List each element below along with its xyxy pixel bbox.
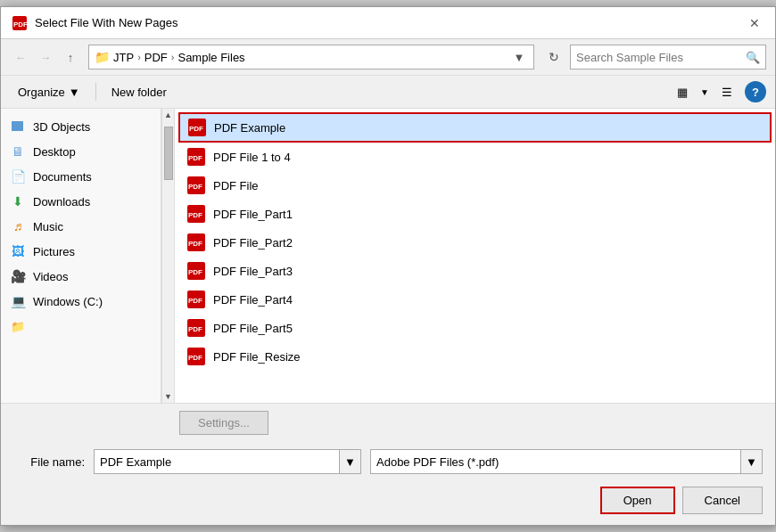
open-button[interactable]: Open [600,487,675,514]
action-row: Open Cancel [1,481,775,525]
svg-text:PDF: PDF [188,297,202,305]
breadcrumb-dropdown-button[interactable]: ▼ [510,45,528,69]
svg-text:PDF: PDF [188,211,202,219]
organize-button[interactable]: Organize ▼ [10,82,88,102]
help-icon: ? [752,86,759,99]
sidebar-item-pictures[interactable]: 🖼 Pictures [1,239,161,264]
documents-icon: 📄 [10,168,26,184]
search-input[interactable] [576,51,746,64]
view-details-button[interactable]: ☰ [714,80,739,103]
file-name-pdf-part5: PDF File_Part5 [213,322,293,335]
sidebar-scrollbar: ▲ ▼ [161,109,174,403]
settings-button[interactable]: Settings... [179,411,268,435]
file-item-pdf-file[interactable]: PDF PDF File [178,171,772,200]
file-name-pdf-example: PDF Example [214,121,285,135]
windows-c-icon: 💻 [10,293,26,309]
sidebar-item-downloads[interactable]: ⬇ Downloads [1,189,161,214]
toolbar-separator [95,83,96,101]
organize-dropdown-icon: ▼ [69,86,80,99]
sidebar-item-desktop[interactable]: 🖥 Desktop [1,139,161,164]
help-button[interactable]: ? [745,81,766,102]
pictures-icon: 🖼 [10,243,26,259]
toolbar: Organize ▼ New folder ▦ ▼ ☰ ? [1,76,775,109]
pdf-icon-1to4: PDF [186,147,206,167]
breadcrumb-part2: PDF [144,51,168,64]
filename-row: File name: ▼ Adobe PDF Files (*.pdf) ▼ [1,442,775,481]
filename-dropdown-icon: ▼ [344,455,356,469]
new-folder-label: New folder [111,86,167,99]
file-item-pdf-part4[interactable]: PDF PDF File_Part4 [178,285,772,314]
pdf-icon-part1: PDF [186,204,206,224]
file-name-pdf-file: PDF File [213,179,259,192]
refresh-button[interactable]: ↻ [541,45,566,70]
title-pdf-icon: PDF [12,15,28,31]
sidebar-label-documents: Documents [33,170,92,184]
file-name-pdf-part4: PDF File_Part4 [213,293,293,307]
file-name-pdf-part1: PDF File_Part1 [213,208,293,221]
scroll-up-arrow[interactable]: ▲ [162,109,175,121]
svg-text:PDF: PDF [188,154,202,162]
sidebar-label-desktop: Desktop [33,145,76,159]
videos-icon: 🎥 [10,268,26,284]
filename-input-container: ▼ [94,449,361,474]
sidebar-item-music[interactable]: ♬ Music [1,214,161,239]
svg-text:PDF: PDF [188,325,202,333]
pdf-icon-resize: PDF [186,347,206,366]
extra-icon: 📁 [10,318,26,334]
view-dropdown-icon: ▼ [700,87,709,97]
sidebar-item-extra[interactable]: 📁 [1,314,161,339]
file-item-pdf-part5[interactable]: PDF PDF File_Part5 [178,314,772,342]
sidebar-label-3d-objects: 3D Objects [33,120,90,134]
file-item-pdf-1to4[interactable]: PDF PDF File 1 to 4 [178,143,772,171]
up-button[interactable]: ↑ [60,46,81,68]
pdf-icon-part2: PDF [186,233,206,252]
file-dialog: PDF Select File With New Pages ✕ ← → ↑ 📁… [0,6,776,526]
filetype-dropdown-icon: ▼ [746,455,757,469]
filename-dropdown-button[interactable]: ▼ [339,450,360,473]
file-item-pdf-resize[interactable]: PDF PDF File_Resize [178,342,772,371]
sidebar-item-videos[interactable]: 🎥 Videos [1,264,161,289]
music-icon: ♬ [10,218,26,234]
file-item-pdf-part1[interactable]: PDF PDF File_Part1 [178,200,772,228]
breadcrumb-part1: JTP [113,51,134,64]
close-button[interactable]: ✕ [745,13,764,33]
settings-bar: Settings... [1,403,775,442]
dialog-title: Select File With New Pages [35,16,177,29]
desktop-icon: 🖥 [10,143,26,160]
pdf-icon-part3: PDF [186,261,206,281]
sidebar-label-downloads: Downloads [33,195,90,209]
breadcrumb-container[interactable]: 📁 JTP › PDF › Sample Files ▼ [88,45,534,70]
title-bar: PDF Select File With New Pages ✕ [1,7,775,39]
scroll-down-arrow[interactable]: ▼ [162,390,175,403]
breadcrumb-part3: Sample Files [177,51,244,64]
sidebar-wrapper: ⯀ 3D Objects 🖥 Desktop 📄 Documents ⬇ Dow… [1,109,175,403]
breadcrumb-sep2: › [171,52,175,62]
scroll-thumb[interactable] [164,127,173,180]
svg-text:PDF: PDF [188,354,202,362]
search-icon[interactable]: 🔍 [746,51,760,64]
breadcrumb-sep1: › [137,52,141,62]
filename-input[interactable] [95,455,339,469]
svg-text:PDF: PDF [13,20,28,29]
sidebar-label-pictures: Pictures [33,245,75,258]
back-button[interactable]: ← [10,46,31,68]
filetype-dropdown-button[interactable]: ▼ [740,450,762,473]
forward-button[interactable]: → [35,46,56,68]
cancel-button[interactable]: Cancel [682,487,763,514]
file-item-pdf-part2[interactable]: PDF PDF File_Part2 [178,228,772,257]
pdf-icon-part4: PDF [186,290,206,309]
pdf-icon-part5: PDF [186,318,206,338]
svg-text:PDF: PDF [188,183,202,191]
new-folder-button[interactable]: New folder [103,82,175,102]
sidebar-item-documents[interactable]: 📄 Documents [1,164,161,189]
sidebar-item-3d-objects[interactable]: ⯀ 3D Objects [1,114,161,139]
view-toggle-button[interactable]: ▦ [670,80,695,103]
sidebar-label-videos: Videos [33,270,69,283]
file-item-pdf-part3[interactable]: PDF PDF File_Part3 [178,257,772,285]
svg-text:PDF: PDF [188,268,202,276]
sidebar-item-windows-c[interactable]: 💻 Windows (C:) [1,289,161,314]
organize-label: Organize [18,86,65,99]
folder-icon-breadcrumb: 📁 [95,50,110,64]
3d-objects-icon: ⯀ [10,119,26,135]
file-item-pdf-example[interactable]: PDF PDF Example [178,112,772,143]
